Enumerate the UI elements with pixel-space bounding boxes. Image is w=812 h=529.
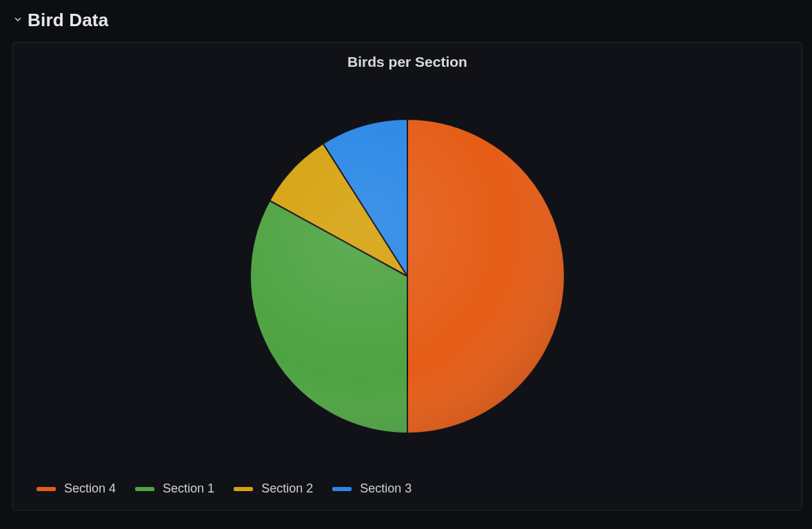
legend-swatch [37, 487, 56, 491]
legend-item[interactable]: Section 2 [234, 481, 313, 496]
legend-swatch [135, 487, 154, 491]
legend-item[interactable]: Section 4 [37, 481, 116, 496]
legend-swatch [234, 487, 253, 491]
chart-panel: Birds per Section Section 4Section 1Sect… [12, 42, 802, 510]
section-title: Bird Data [28, 10, 108, 31]
chart-area [27, 70, 788, 481]
section-header[interactable]: Bird Data [12, 10, 802, 31]
legend-item[interactable]: Section 3 [332, 481, 412, 496]
legend-label: Section 2 [261, 481, 313, 496]
legend-label: Section 3 [360, 481, 412, 496]
legend-label: Section 4 [64, 481, 116, 496]
panel-title: Birds per Section [27, 54, 788, 70]
chevron-down-icon [12, 14, 23, 28]
pie-chart[interactable] [242, 111, 573, 442]
chart-legend: Section 4Section 1Section 2Section 3 [27, 481, 788, 500]
legend-label: Section 1 [163, 481, 214, 496]
legend-swatch [332, 487, 352, 491]
legend-item[interactable]: Section 1 [135, 481, 214, 496]
pie-slice[interactable] [407, 119, 565, 433]
